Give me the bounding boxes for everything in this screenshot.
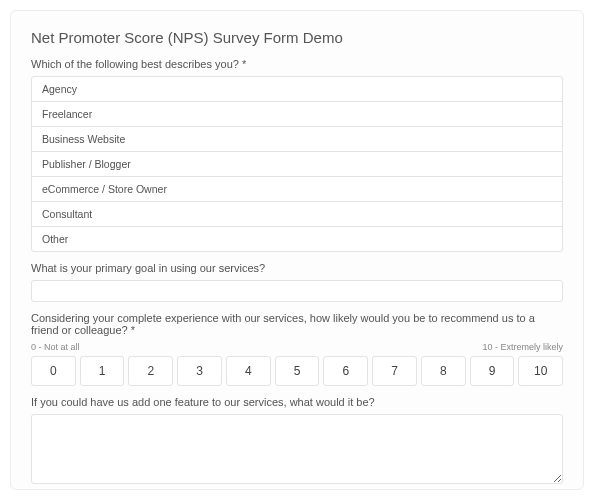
q1-option-agency[interactable]: Agency [31,76,563,102]
q1-option-consultant[interactable]: Consultant [31,201,563,227]
q3-min-label: 0 - Not at all [31,342,80,352]
q1-option-freelancer[interactable]: Freelancer [31,101,563,127]
scale-8[interactable]: 8 [421,356,466,386]
q1-label: Which of the following best describes yo… [31,58,563,70]
q3-scale: 0 1 2 3 4 5 6 7 8 9 10 [31,356,563,386]
scale-5[interactable]: 5 [275,356,320,386]
scale-3[interactable]: 3 [177,356,222,386]
scale-1[interactable]: 1 [80,356,125,386]
survey-card: Net Promoter Score (NPS) Survey Form Dem… [10,10,584,490]
form-title: Net Promoter Score (NPS) Survey Form Dem… [31,29,563,46]
scale-6[interactable]: 6 [323,356,368,386]
q1-option-business-website[interactable]: Business Website [31,126,563,152]
q3-scale-labels: 0 - Not at all 10 - Extremely likely [31,342,563,352]
q4-textarea[interactable] [31,414,563,484]
scale-2[interactable]: 2 [128,356,173,386]
q3-max-label: 10 - Extremely likely [482,342,563,352]
q1-option-other[interactable]: Other [31,226,563,252]
q2-label: What is your primary goal in using our s… [31,262,563,274]
q1-option-ecommerce-store-owner[interactable]: eCommerce / Store Owner [31,176,563,202]
q1-option-publisher-blogger[interactable]: Publisher / Blogger [31,151,563,177]
scale-7[interactable]: 7 [372,356,417,386]
scale-0[interactable]: 0 [31,356,76,386]
q3-label: Considering your complete experience wit… [31,312,563,336]
scale-4[interactable]: 4 [226,356,271,386]
q2-input[interactable] [31,280,563,302]
scale-10[interactable]: 10 [518,356,563,386]
q1-options: Agency Freelancer Business Website Publi… [31,76,563,252]
q4-label: If you could have us add one feature to … [31,396,563,408]
scale-9[interactable]: 9 [470,356,515,386]
